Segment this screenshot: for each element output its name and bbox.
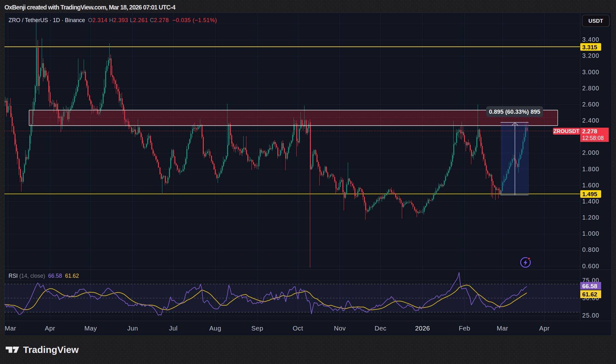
svg-text:USDT: USDT: [589, 18, 603, 24]
svg-text:Aug: Aug: [209, 325, 221, 332]
svg-text:1.495: 1.495: [582, 191, 597, 197]
svg-text:1.600: 1.600: [582, 182, 599, 189]
svg-text:1.200: 1.200: [582, 214, 599, 221]
svg-text:1.800: 1.800: [582, 166, 599, 173]
svg-text:3.200: 3.200: [582, 52, 599, 59]
svg-text:May: May: [84, 325, 97, 332]
svg-text:3.000: 3.000: [582, 69, 599, 76]
svg-text:Jun: Jun: [127, 325, 138, 332]
svg-text:Jul: Jul: [169, 325, 178, 332]
svg-text:3.400: 3.400: [582, 36, 599, 43]
svg-text:1.000: 1.000: [582, 230, 599, 237]
svg-text:0.600: 0.600: [582, 263, 599, 270]
svg-text:1.400: 1.400: [582, 198, 599, 205]
svg-text:25.00: 25.00: [582, 312, 599, 319]
svg-text:Oct: Oct: [293, 325, 303, 332]
svg-text:12:58:08: 12:58:08: [582, 135, 604, 141]
svg-text:0.800: 0.800: [582, 246, 599, 253]
svg-text:Sep: Sep: [251, 325, 263, 332]
svg-text:2.600: 2.600: [582, 101, 599, 108]
svg-text:Nov: Nov: [334, 325, 346, 332]
svg-text:2026: 2026: [415, 325, 430, 332]
svg-text:Mar: Mar: [497, 325, 508, 332]
svg-text:Apr: Apr: [539, 325, 550, 332]
svg-text:ZROUSDT: ZROUSDT: [553, 128, 580, 134]
svg-text:Apr: Apr: [45, 325, 55, 332]
svg-text:2.278: 2.278: [582, 128, 597, 135]
svg-text:ZRO / TetherUS · 1D · Binance: ZRO / TetherUS · 1D · Binance O2.314 H2.…: [9, 17, 217, 23]
svg-text:2.800: 2.800: [582, 85, 599, 92]
svg-text:3.315: 3.315: [582, 44, 597, 51]
svg-text:0.895 (60.33%) 895: 0.895 (60.33%) 895: [489, 108, 541, 115]
svg-text:TradingView: TradingView: [23, 344, 79, 355]
svg-text:RSI (14, close) 66.58 61.62: RSI (14, close) 66.58 61.62: [9, 273, 79, 279]
svg-text:Feb: Feb: [459, 325, 470, 332]
svg-text:Dec: Dec: [375, 325, 387, 332]
svg-text:2.400: 2.400: [582, 117, 599, 124]
svg-text:2.000: 2.000: [582, 149, 599, 156]
svg-text:61.62: 61.62: [582, 291, 597, 298]
svg-text:OxBenji created with TradingVi: OxBenji created with TradingView.com, Ma…: [4, 4, 176, 11]
svg-text:66.58: 66.58: [582, 283, 597, 289]
svg-text:Mar: Mar: [5, 325, 16, 332]
